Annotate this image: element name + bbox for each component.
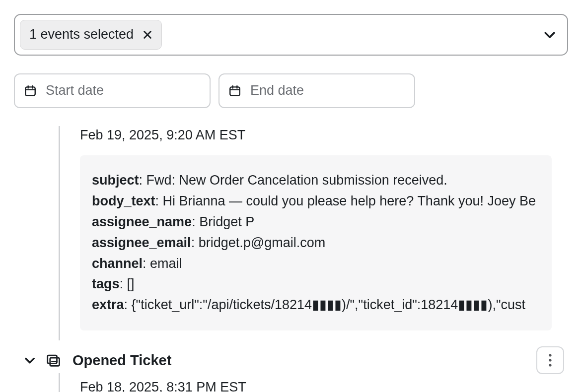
field-key: subject	[92, 173, 139, 188]
field-value: []	[127, 276, 135, 291]
event-item: Feb 19, 2025, 9:20 AM EST subject: Fwd: …	[59, 126, 568, 340]
close-icon	[142, 29, 153, 40]
field-key: assignee_name	[92, 214, 192, 229]
field-key: channel	[92, 256, 143, 271]
field-key: tags	[92, 276, 120, 291]
svg-point-6	[549, 364, 551, 366]
field-key: extra	[92, 297, 124, 312]
field-value: email	[150, 256, 182, 271]
svg-point-5	[549, 359, 551, 361]
field-value: Bridget P	[199, 214, 254, 229]
end-date-input[interactable]: End date	[218, 73, 415, 108]
chevron-down-icon	[23, 353, 37, 367]
more-vertical-icon	[548, 353, 552, 367]
svg-rect-0	[25, 87, 35, 95]
date-range-row: Start date End date	[14, 73, 568, 108]
start-date-placeholder: Start date	[46, 81, 104, 100]
collapse-toggle[interactable]	[22, 352, 38, 368]
event-detail-card: subject: Fwd: New Order Cancelation subm…	[80, 155, 552, 330]
end-date-placeholder: End date	[250, 81, 304, 100]
field-value: {"ticket_url":"/api/tickets/18214▮▮▮▮)/"…	[132, 297, 525, 312]
selected-events-chip-label: 1 events selected	[29, 25, 134, 44]
svg-point-4	[549, 354, 551, 356]
event-item: Feb 18, 2025, 8:31 PM EST	[59, 373, 568, 392]
event-timestamp: Feb 19, 2025, 9:20 AM EST	[80, 126, 568, 145]
selected-events-chip: 1 events selected	[20, 20, 162, 50]
field-value: Hi Brianna — could you please help here?…	[163, 194, 536, 208]
event-header: Opened Ticket	[22, 340, 568, 374]
calendar-icon	[24, 84, 37, 97]
field-value: bridget.p@gmail.com	[199, 235, 326, 250]
field-key: assignee_email	[92, 235, 191, 250]
event-title: Opened Ticket	[73, 350, 171, 371]
ticket-icon	[45, 352, 62, 369]
svg-rect-1	[230, 87, 240, 95]
start-date-input[interactable]: Start date	[14, 73, 211, 108]
event-timestamp: Feb 18, 2025, 8:31 PM EST	[80, 373, 568, 392]
calendar-icon	[228, 84, 241, 97]
event-actions-button[interactable]	[536, 346, 564, 374]
field-value: Fwd: New Order Cancelation submission re…	[146, 173, 447, 188]
chevron-down-icon	[542, 27, 557, 42]
events-timeline: Feb 19, 2025, 9:20 AM EST subject: Fwd: …	[57, 126, 568, 392]
events-filter-select[interactable]: 1 events selected	[14, 14, 568, 56]
filter-dropdown-toggle[interactable]	[541, 26, 558, 43]
clear-chip-button[interactable]	[141, 28, 154, 42]
field-key: body_text	[92, 194, 155, 208]
